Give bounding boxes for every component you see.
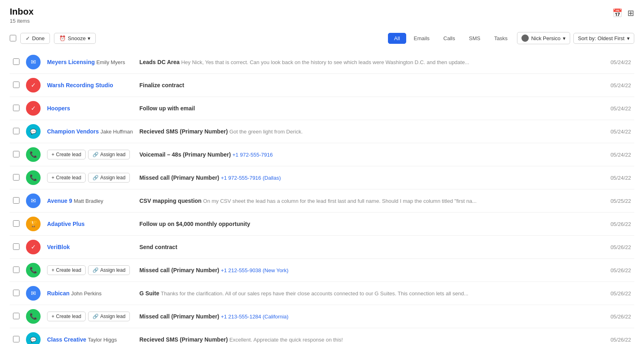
phone-number: +1 213-555-1284 (California) <box>221 314 289 320</box>
row-checkbox[interactable] <box>13 313 19 319</box>
row-date: 05/26/22 <box>598 305 634 328</box>
row-date: 05/25/22 <box>598 189 634 213</box>
task-icon: ✓ <box>26 101 41 116</box>
task-icon: ✓ <box>26 240 41 254</box>
clock-icon: ⏰ <box>59 35 66 41</box>
table-row: 📞 + Create lead 🔗 Assign lead Voicemail … <box>10 143 634 166</box>
preview-text: Got the green light from Derick. <box>229 129 303 135</box>
preview-text: On my CSV sheet the lead has a column fo… <box>203 198 477 204</box>
table-row: 📞 + Create lead 🔗 Assign lead Missed cal… <box>10 166 634 189</box>
sender-company[interactable]: Warsh Recording Studio <box>47 82 113 88</box>
phone-icon: 📞 <box>26 263 41 277</box>
create-lead-button[interactable]: + Create lead <box>47 312 86 321</box>
row-checkbox[interactable] <box>13 82 19 88</box>
create-lead-button[interactable]: + Create lead <box>47 173 86 183</box>
row-date: 05/24/22 <box>598 51 634 74</box>
sender-company[interactable]: Avenue 9 <box>47 198 72 204</box>
subject-text: CSV mapping question <box>139 198 201 204</box>
sender-company[interactable]: Hoopers <box>47 105 70 112</box>
sort-filter-button[interactable]: Sort by: Oldest First ▾ <box>573 33 634 44</box>
email-icon: ✉ <box>26 55 41 69</box>
subject-text: Follow up with email <box>139 105 195 112</box>
subject-text: Missed call (Primary Number) <box>139 174 219 181</box>
link-icon: 🔗 <box>93 152 99 157</box>
table-row: 💬Champion Vendors Jake HuffmanRecieved S… <box>10 120 634 143</box>
subject-text: Missed call (Primary Number) <box>139 313 219 320</box>
tab-tasks[interactable]: Tasks <box>488 33 514 44</box>
sender-person: Jake Huffman <box>100 129 133 135</box>
create-lead-button[interactable]: + Create lead <box>47 265 86 275</box>
snooze-button[interactable]: ⏰ Snooze ▾ <box>54 33 96 44</box>
tab-calls[interactable]: Calls <box>437 33 461 44</box>
row-date: 05/26/22 <box>598 259 634 282</box>
assign-lead-button[interactable]: 🔗 Assign lead <box>88 150 130 159</box>
row-date: 05/24/22 <box>598 120 634 143</box>
row-date: 05/24/22 <box>598 97 634 120</box>
link-icon: 🔗 <box>93 314 99 319</box>
row-checkbox[interactable] <box>13 290 19 296</box>
sms-icon: 💬 <box>26 124 41 139</box>
sender-company[interactable]: Champion Vendors <box>47 128 99 135</box>
row-checkbox[interactable] <box>13 220 19 227</box>
link-icon: 🔗 <box>93 267 99 273</box>
user-avatar-icon <box>521 34 529 42</box>
row-checkbox[interactable] <box>13 58 19 65</box>
row-date: 05/26/22 <box>598 236 634 259</box>
tab-emails[interactable]: Emails <box>408 33 436 44</box>
subject-text: Recieved SMS (Primary Number) <box>139 336 228 343</box>
assign-lead-button[interactable]: 🔗 Assign lead <box>88 173 130 183</box>
toolbar: ✓ Done ⏰ Snooze ▾ All Emails Calls SMS T… <box>10 32 634 47</box>
sender-company[interactable]: Meyers Licensing <box>47 59 95 65</box>
table-row: 💬Class Creative Taylor HiggsRecieved SMS… <box>10 328 634 344</box>
row-checkbox[interactable] <box>13 174 19 181</box>
user-filter-button[interactable]: Nick Persico ▾ <box>517 32 570 44</box>
plus-icon: + <box>52 152 54 157</box>
assign-lead-button[interactable]: 🔗 Assign lead <box>88 265 130 275</box>
table-row: 📞 + Create lead 🔗 Assign lead Missed cal… <box>10 305 634 328</box>
row-checkbox[interactable] <box>13 197 19 204</box>
preview-text: Thanks for the clarification. All of our… <box>161 290 468 297</box>
row-date: 05/24/22 <box>598 166 634 189</box>
row-checkbox[interactable] <box>13 128 19 134</box>
task-icon: ✓ <box>26 78 41 92</box>
trophy-icon: 🏆 <box>26 217 41 231</box>
row-checkbox[interactable] <box>13 267 19 273</box>
calendar-icon[interactable]: 📅 <box>612 8 622 18</box>
row-checkbox[interactable] <box>13 336 19 342</box>
row-date: 05/24/22 <box>598 74 634 97</box>
row-checkbox[interactable] <box>13 151 19 157</box>
sender-person: Emily Myers <box>96 59 125 65</box>
sender-company[interactable]: Adaptive Plus <box>47 221 85 227</box>
table-row: ✓VeriBlokSend contract05/26/22 <box>10 236 634 259</box>
row-date: 05/26/22 <box>598 282 634 305</box>
filter-tabs: All Emails Calls SMS Tasks <box>388 33 514 44</box>
subject-text: Missed call (Primary Number) <box>139 267 219 273</box>
grid-icon[interactable]: ⊞ <box>627 8 634 18</box>
select-all-checkbox[interactable] <box>10 35 16 41</box>
sender-company[interactable]: VeriBlok <box>47 244 70 250</box>
sender-company[interactable]: Rubican <box>47 290 69 297</box>
row-checkbox[interactable] <box>13 243 19 250</box>
done-button[interactable]: ✓ Done <box>20 33 50 44</box>
inbox-table: ✉Meyers Licensing Emily MyersLeads DC Ar… <box>10 51 634 344</box>
check-icon: ✓ <box>26 35 30 41</box>
assign-lead-button[interactable]: 🔗 Assign lead <box>88 312 130 321</box>
table-row: ✓HoopersFollow up with email05/24/22 <box>10 97 634 120</box>
row-checkbox[interactable] <box>13 105 19 111</box>
sender-company[interactable]: Class Creative <box>47 336 86 343</box>
tab-sms[interactable]: SMS <box>463 33 486 44</box>
sms-icon: 💬 <box>26 332 41 344</box>
page-subtitle: 15 items <box>10 18 34 24</box>
row-date: 05/26/22 <box>598 328 634 344</box>
phone-number: +1 972-555-7916 <box>233 152 273 158</box>
email-icon: ✉ <box>26 286 41 301</box>
create-lead-button[interactable]: + Create lead <box>47 150 86 159</box>
phone-icon: 📞 <box>26 147 41 162</box>
row-date: 05/26/22 <box>598 213 634 236</box>
email-icon: ✉ <box>26 194 41 208</box>
tab-all[interactable]: All <box>388 33 406 44</box>
sender-person: John Perkins <box>71 290 101 297</box>
table-row: ✉Avenue 9 Matt BradleyCSV mapping questi… <box>10 189 634 213</box>
chevron-down-icon: ▾ <box>88 35 90 41</box>
subject-text: Recieved SMS (Primary Number) <box>139 128 228 135</box>
